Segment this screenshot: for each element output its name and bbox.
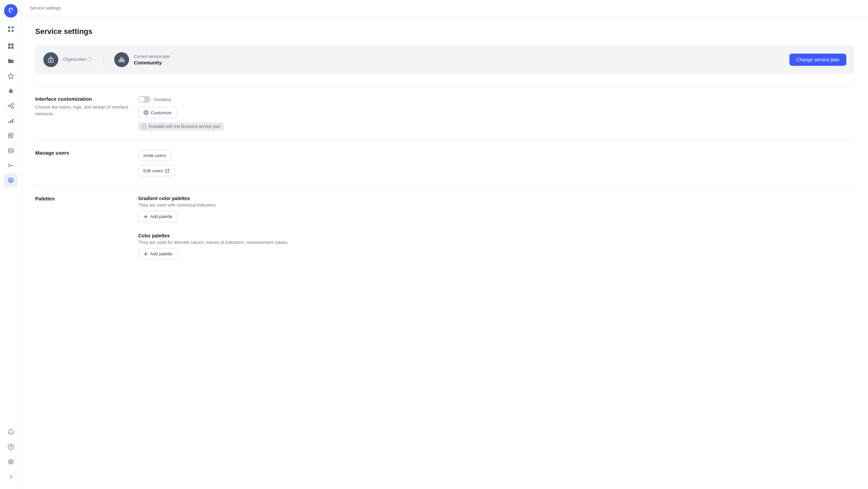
color-palette-desc: They are used for discrete values: names… xyxy=(138,240,854,245)
sidebar-bottom xyxy=(4,425,18,485)
svg-rect-14 xyxy=(10,120,11,123)
gradient-palette-group: Gradient color palettes They are used wi… xyxy=(138,196,854,222)
sidebar-nav xyxy=(4,37,18,425)
svg-rect-4 xyxy=(8,43,11,46)
sidebar-item-datasets[interactable] xyxy=(4,144,18,157)
svg-rect-18 xyxy=(8,136,11,138)
toggle-label: Disabled xyxy=(154,97,171,102)
svg-point-23 xyxy=(10,180,12,181)
org-section: Organization i xyxy=(43,52,92,67)
svg-rect-6 xyxy=(8,46,11,49)
toggle-row: Disabled xyxy=(138,96,854,103)
svg-rect-28 xyxy=(50,60,51,61)
org-icon xyxy=(43,52,58,67)
current-plan-label-group: Current service plan Community xyxy=(134,54,170,65)
svg-point-20 xyxy=(8,164,9,165)
manage-users-title: Manage users xyxy=(35,150,130,156)
manage-users-right: Invite users Edit users xyxy=(138,150,854,176)
svg-rect-3 xyxy=(12,30,14,32)
svg-point-10 xyxy=(12,106,14,109)
svg-rect-16 xyxy=(8,133,11,135)
interface-customization-desc: Choose the colors, logo, and design of i… xyxy=(35,104,130,117)
customize-button[interactable]: Customize xyxy=(138,107,177,118)
change-plan-button[interactable]: Change service plan xyxy=(789,54,846,66)
sidebar xyxy=(0,0,22,489)
svg-point-9 xyxy=(12,103,14,105)
sidebar-item-automation[interactable] xyxy=(4,84,18,98)
service-plan-card: Organization i Current serv xyxy=(35,45,854,74)
sidebar-collapse-btn[interactable] xyxy=(7,473,15,481)
topbar: Service settings xyxy=(22,0,868,16)
invite-users-label: Invite users xyxy=(143,153,166,158)
svg-point-19 xyxy=(8,148,13,150)
svg-rect-2 xyxy=(8,30,10,32)
svg-text:i: i xyxy=(144,125,144,129)
add-gradient-palette-button[interactable]: Add palette xyxy=(138,211,178,222)
current-plan-section: Current service plan Community xyxy=(114,52,170,67)
plus-icon-gradient xyxy=(143,214,148,219)
topbar-title: Service settings xyxy=(30,5,61,11)
current-plan-value: Community xyxy=(134,60,170,65)
svg-rect-0 xyxy=(8,26,10,28)
interface-customization-section: Interface customization Choose the color… xyxy=(35,86,854,140)
current-plan-icon xyxy=(114,52,129,67)
color-palette-group: Color palettes They are used for discret… xyxy=(138,233,854,259)
interface-customization-title: Interface customization xyxy=(35,96,130,102)
sidebar-item-folders[interactable] xyxy=(4,54,18,68)
external-link-icon xyxy=(165,169,170,173)
svg-point-22 xyxy=(8,166,9,167)
edit-users-button[interactable]: Edit users xyxy=(138,165,175,176)
available-badge-text: Available with the Business service plan xyxy=(148,124,221,129)
sidebar-item-addons[interactable] xyxy=(4,129,18,142)
org-info-icon[interactable]: i xyxy=(87,57,92,62)
sidebar-item-connections[interactable] xyxy=(4,99,18,113)
svg-line-11 xyxy=(10,104,12,105)
svg-point-26 xyxy=(10,461,12,463)
sidebar-item-favorites[interactable] xyxy=(4,69,18,83)
org-label-group: Organization i xyxy=(63,57,92,62)
palettes-left: Palettes xyxy=(35,196,130,266)
svg-point-8 xyxy=(8,105,10,107)
available-badge: i Available with the Business service pl… xyxy=(138,122,224,131)
main-content: Service settings Service settings Organi… xyxy=(22,0,868,489)
svg-rect-1 xyxy=(12,26,14,28)
svg-rect-7 xyxy=(11,46,14,49)
add-color-palette-label: Add palette xyxy=(150,251,172,256)
plus-icon-color xyxy=(143,252,148,256)
sidebar-item-pipelines[interactable] xyxy=(4,159,18,172)
edit-users-label: Edit users xyxy=(143,168,163,173)
svg-line-12 xyxy=(10,106,12,107)
manage-users-left: Manage users xyxy=(35,150,130,176)
palettes-title: Palettes xyxy=(35,196,130,201)
gradient-palette-title: Gradient color palettes xyxy=(138,196,854,201)
org-label: Organization i xyxy=(63,57,92,62)
svg-rect-13 xyxy=(8,121,9,123)
gradient-palette-desc: They are used with numerical indicators. xyxy=(138,202,854,208)
logo[interactable] xyxy=(4,4,18,18)
sidebar-item-dashboard[interactable] xyxy=(4,39,18,53)
color-palette-title: Color palettes xyxy=(138,233,854,238)
interface-toggle[interactable] xyxy=(138,96,150,103)
sidebar-item-notifications[interactable] xyxy=(4,425,18,439)
sidebar-item-analytics[interactable] xyxy=(4,114,18,128)
add-color-palette-button[interactable]: Add palette xyxy=(138,248,178,259)
interface-customization-left: Interface customization Choose the color… xyxy=(35,96,130,131)
svg-rect-17 xyxy=(11,133,13,135)
customize-label: Customize xyxy=(151,110,171,115)
content-area: Service settings Organization i xyxy=(22,16,868,489)
sidebar-item-settings[interactable] xyxy=(4,174,18,187)
svg-point-33 xyxy=(145,112,147,114)
available-badge-icon: i xyxy=(142,124,146,129)
current-plan-label: Current service plan xyxy=(134,54,170,59)
sidebar-item-admin[interactable] xyxy=(4,455,18,469)
sidebar-item-help[interactable] xyxy=(4,440,18,454)
svg-point-21 xyxy=(13,165,14,166)
grid-menu-icon[interactable] xyxy=(5,23,17,35)
palettes-right: Gradient color palettes They are used wi… xyxy=(138,196,854,266)
svg-point-29 xyxy=(121,58,123,60)
manage-users-section: Manage users Invite users Edit users xyxy=(35,140,854,186)
plan-divider xyxy=(103,53,103,66)
invite-users-button[interactable]: Invite users xyxy=(138,150,171,161)
svg-rect-5 xyxy=(11,43,14,46)
svg-rect-15 xyxy=(12,119,13,123)
